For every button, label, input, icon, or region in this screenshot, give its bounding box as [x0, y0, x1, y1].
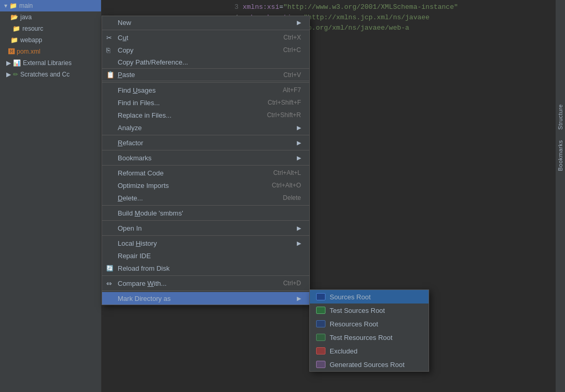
expand-icon: ▶ [6, 71, 11, 78]
shortcut-delete: Delete [283, 194, 301, 201]
tree-item-label: Scratches and Cc [20, 71, 70, 78]
tree-item-label: resourc [22, 25, 43, 32]
project-tree: ▾ 📁 main 📂 java 📁 resourc 📁 webapp 🅼 pom… [0, 0, 102, 392]
menu-item-reload[interactable]: 🔄 Reload from Disk [102, 262, 309, 274]
menu-label-repair: Repair IDE [118, 252, 301, 260]
divider [102, 205, 309, 206]
menu-item-find-in-files[interactable]: Find in Files... Ctrl+Shift+F [102, 96, 309, 109]
submenu-item-test-resources-root[interactable]: Test Resources Root [310, 331, 429, 344]
menu-item-delete[interactable]: Delete... Delete [102, 192, 309, 204]
excluded-icon [316, 347, 325, 355]
tree-item-pomxml[interactable]: 🅼 pom.xml [0, 46, 101, 57]
submenu-label-excluded: Excluded [330, 347, 357, 355]
java-folder-icon: 📂 [10, 14, 18, 21]
menu-label-find-usages: Find Usages [118, 86, 272, 94]
menu-item-optimize[interactable]: Optimize Imports Ctrl+Alt+O [102, 179, 309, 192]
tree-item-label: main [19, 2, 33, 9]
menu-label-new: New [118, 19, 293, 27]
submenu-arrow-refactor: ▶ [297, 140, 301, 146]
submenu-label-test-sources-root: Test Sources Root [330, 307, 385, 314]
menu-item-find-usages[interactable]: Find Usages Alt+F7 [102, 84, 309, 96]
menu-label-copy: Copy [118, 46, 273, 54]
context-menu: New ▶ ✂ Cut Ctrl+X ⎘ Copy Ctrl+C Copy Pa… [102, 16, 310, 305]
menu-label-bookmarks: Bookmarks [118, 154, 293, 162]
submenu-item-excluded[interactable]: Excluded [310, 344, 429, 358]
tree-item-label: java [20, 14, 32, 21]
menu-label-paste: Paste [118, 71, 273, 79]
tree-item-java[interactable]: 📂 java [0, 11, 101, 23]
shortcut-paste: Ctrl+V [283, 71, 301, 79]
menu-item-build[interactable]: Build Module 'smbms' [102, 207, 309, 219]
mark-directory-submenu: Sources Root Test Sources Root Resources… [309, 289, 429, 372]
folder-icon: 📁 [9, 2, 17, 9]
submenu-arrow-analyze: ▶ [297, 124, 301, 131]
menu-label-mark-directory: Mark Directory as [118, 295, 293, 302]
menu-item-mark-directory[interactable]: Mark Directory as ▶ [102, 292, 309, 305]
tree-item-webapp[interactable]: 📁 webapp [0, 34, 101, 46]
tree-item-main[interactable]: ▾ 📁 main [0, 0, 101, 11]
shortcut-find-usages: Alt+F7 [283, 86, 301, 94]
menu-label-analyze: Analyze [118, 124, 293, 132]
reload-icon: 🔄 [106, 265, 114, 272]
submenu-arrow-open-in: ▶ [297, 225, 301, 232]
expand-icon: ▾ [4, 2, 7, 9]
shortcut-replace-in-files: Ctrl+Shift+R [267, 111, 301, 119]
resources-folder-icon: 📁 [12, 25, 20, 32]
menu-label-reload: Reload from Disk [118, 264, 301, 272]
menu-label-reformat: Reformat Code [118, 169, 263, 177]
menu-item-copy[interactable]: ⎘ Copy Ctrl+C [102, 44, 309, 56]
submenu-item-sources-root[interactable]: Sources Root [310, 290, 429, 304]
menu-label-open-in: Open In [118, 224, 293, 232]
divider [102, 275, 309, 276]
divider [102, 150, 309, 150]
tree-item-external-libraries[interactable]: ▶ 📊 External Libraries [0, 57, 101, 69]
menu-item-paste[interactable]: 📋 Paste Ctrl+V [102, 69, 309, 81]
submenu-item-resources-root[interactable]: Resources Root [310, 317, 429, 331]
menu-item-compare[interactable]: ⇔ Compare With... Ctrl+D [102, 277, 309, 289]
sidebar-tab-bookmarks[interactable]: Bookmarks [557, 140, 563, 171]
submenu-item-test-sources-root[interactable]: Test Sources Root [310, 304, 429, 317]
menu-item-refactor[interactable]: Refactor ▶ [102, 136, 309, 149]
test-sources-root-icon [316, 307, 325, 314]
tree-item-scratches[interactable]: ▶ ✏ Scratches and Cc [0, 69, 101, 80]
submenu-label-test-resources-root: Test Resources Root [330, 334, 393, 342]
menu-label-find-in-files: Find in Files... [118, 99, 257, 107]
expand-icon: ▶ [6, 59, 11, 67]
menu-item-repair[interactable]: Repair IDE [102, 249, 309, 262]
shortcut-compare: Ctrl+D [283, 280, 301, 287]
menu-item-local-history[interactable]: Local History ▶ [102, 237, 309, 249]
resources-root-icon [316, 320, 325, 327]
menu-label-local-history: Local History [118, 239, 293, 247]
menu-item-bookmarks[interactable]: Bookmarks ▶ [102, 151, 309, 164]
sidebar-tab-structure[interactable]: Structure [557, 104, 563, 130]
divider [102, 82, 309, 83]
tree-item-label: External Libraries [23, 59, 71, 67]
submenu-label-sources-root: Sources Root [330, 293, 371, 301]
menu-label-build: Build Module 'smbms' [118, 209, 301, 217]
scratch-icon: ✏ [13, 71, 18, 78]
menu-label-copy-path: Copy Path/Reference... [118, 58, 301, 66]
cut-icon: ✂ [106, 34, 112, 42]
sources-root-icon [316, 293, 325, 300]
menu-label-refactor: Refactor [118, 139, 293, 147]
shortcut-copy: Ctrl+C [283, 46, 301, 54]
submenu-label-generated-sources-root: Generated Sources Root [330, 361, 405, 369]
submenu-label-resources-root: Resources Root [330, 320, 378, 328]
paste-icon: 📋 [106, 71, 115, 79]
menu-label-replace-in-files: Replace in Files... [118, 111, 257, 119]
menu-item-reformat[interactable]: Reformat Code Ctrl+Alt+L [102, 167, 309, 179]
divider [102, 165, 309, 166]
copy-icon: ⎘ [106, 46, 110, 54]
menu-item-new[interactable]: New ▶ [102, 16, 309, 29]
menu-item-open-in[interactable]: Open In ▶ [102, 222, 309, 234]
menu-item-replace-in-files[interactable]: Replace in Files... Ctrl+Shift+R [102, 109, 309, 121]
tree-item-resources[interactable]: 📁 resourc [0, 23, 101, 34]
submenu-item-generated-sources-root[interactable]: Generated Sources Root [310, 358, 429, 371]
menu-item-analyze[interactable]: Analyze ▶ [102, 121, 309, 134]
divider [102, 290, 309, 291]
sidebar-tab-structure-label: Structure [557, 104, 563, 130]
menu-item-cut[interactable]: ✂ Cut Ctrl+X [102, 31, 309, 44]
xml-icon: 🅼 [8, 48, 15, 55]
menu-item-copy-path[interactable]: Copy Path/Reference... [102, 56, 309, 69]
submenu-arrow-local-history: ▶ [297, 240, 301, 247]
